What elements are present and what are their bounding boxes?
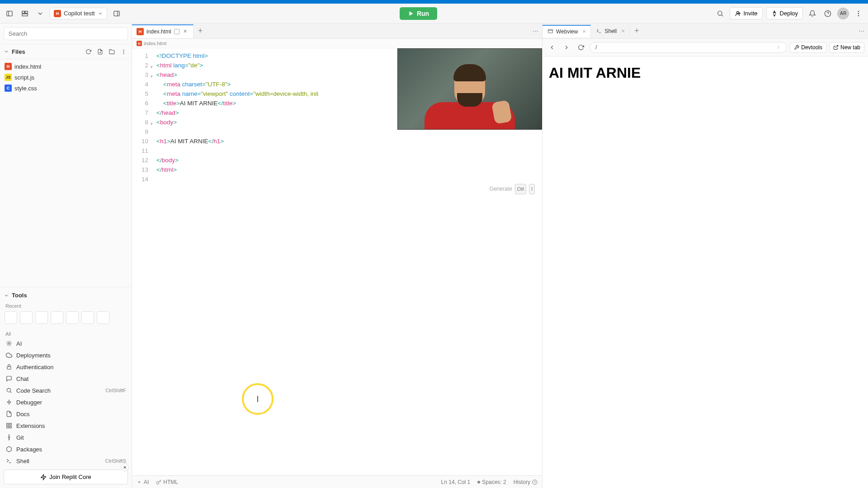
svg-marker-42: [41, 474, 46, 480]
editor-tabbar: H index.html ✕ + ⋯: [132, 23, 542, 39]
tool-item-shell[interactable]: ShellCtrlShiftS: [4, 455, 128, 467]
tool-item-extensions[interactable]: Extensions: [4, 420, 128, 432]
tool-item-git[interactable]: Git: [4, 432, 128, 443]
tools-label: Tools: [12, 292, 27, 299]
svg-point-23: [8, 343, 10, 344]
svg-point-22: [123, 53, 123, 53]
webview-content[interactable]: AI MIT ARNIE: [542, 56, 868, 488]
editor-pane: H index.html ✕ + ⋯ H index.html 12▾3▾456…: [132, 23, 542, 488]
add-tab-button[interactable]: +: [630, 26, 644, 36]
new-file-icon[interactable]: [95, 47, 104, 56]
add-tab-button[interactable]: +: [193, 26, 208, 36]
tool-item-authentication[interactable]: Authentication: [4, 361, 128, 373]
file-item[interactable]: Cstyle.css: [0, 83, 132, 94]
kebab-icon[interactable]: [119, 47, 128, 56]
status-history[interactable]: History: [514, 479, 538, 485]
tool-item-packages[interactable]: Packages: [4, 443, 128, 455]
code-editor[interactable]: 12▾3▾45678▾91011121314 <!DOCTYPE html><h…: [132, 48, 542, 475]
forward-icon[interactable]: [561, 42, 572, 53]
recent-tool[interactable]: [20, 311, 33, 324]
panel-right-icon[interactable]: [111, 8, 123, 19]
svg-rect-5: [114, 11, 119, 16]
tool-item-debugger[interactable]: Debugger: [4, 396, 128, 408]
run-button[interactable]: Run: [400, 7, 437, 20]
generate-hint[interactable]: Generate Ctrl I: [490, 184, 535, 194]
url-bar[interactable]: /: [590, 42, 787, 53]
recent-tool[interactable]: [66, 311, 79, 324]
svg-point-40: [9, 440, 9, 440]
file-icon: H: [5, 63, 12, 70]
search-icon[interactable]: [714, 8, 726, 19]
tool-label: Chat: [16, 375, 28, 382]
file-item[interactable]: JSscript.js: [0, 72, 132, 83]
panel-left-icon[interactable]: [4, 8, 15, 19]
status-bar: AI HTML Ln 14, Col 1 Spaces: 2 History: [132, 475, 542, 488]
deploy-label: Deploy: [780, 10, 798, 17]
tool-label: Extensions: [16, 422, 45, 429]
layout-icon[interactable]: [19, 8, 31, 19]
recent-tool[interactable]: [5, 311, 17, 324]
status-spaces[interactable]: Spaces: 2: [477, 479, 506, 485]
tab-more-icon[interactable]: ⋯: [529, 28, 542, 34]
project-selector[interactable]: H Copilot testt: [50, 8, 107, 19]
close-icon[interactable]: ✕: [121, 463, 129, 471]
recent-tool[interactable]: [51, 311, 63, 324]
svg-point-20: [123, 50, 123, 50]
html-icon: H: [137, 28, 144, 35]
breadcrumb[interactable]: H index.html: [132, 39, 542, 48]
file-name: script.js: [14, 74, 34, 81]
recent-tool[interactable]: [81, 311, 94, 324]
avatar[interactable]: AR: [837, 8, 849, 19]
tool-item-ai[interactable]: AI: [4, 338, 128, 349]
deploy-button[interactable]: Deploy: [766, 7, 803, 19]
sync-icon[interactable]: [84, 47, 93, 56]
close-tab-icon[interactable]: ✕: [582, 29, 586, 34]
recent-tool[interactable]: [35, 311, 48, 324]
files-label: Files: [12, 48, 81, 55]
tab-shell[interactable]: Shell ✕: [591, 25, 630, 37]
tab-webview[interactable]: Webview ✕: [542, 25, 591, 38]
status-ai[interactable]: AI: [137, 479, 149, 485]
invite-button[interactable]: Invite: [730, 7, 762, 19]
webview-icon: [547, 28, 553, 35]
tool-item-docs[interactable]: Docs: [4, 408, 128, 420]
status-cursor[interactable]: Ln 14, Col 1: [441, 479, 471, 485]
tools-header[interactable]: Tools: [4, 290, 128, 300]
close-tab-icon[interactable]: ✕: [621, 28, 625, 33]
lock-icon: [5, 363, 13, 371]
file-item[interactable]: Hindex.html: [0, 61, 132, 72]
preview-pane: Webview ✕ Shell ✕ + ⋯ /: [542, 23, 868, 488]
tool-item-code-search[interactable]: Code SearchCtrlShiftF: [4, 385, 128, 396]
preview-heading: AI MIT ARNIE: [549, 65, 862, 81]
tool-item-deployments[interactable]: Deployments: [4, 349, 128, 361]
status-lang[interactable]: HTML: [156, 479, 178, 485]
file-name: style.css: [14, 85, 37, 92]
tool-item-chat[interactable]: Chat: [4, 373, 128, 385]
chevron-down-icon[interactable]: [34, 8, 46, 19]
reload-icon[interactable]: [575, 42, 587, 53]
back-icon[interactable]: [546, 42, 558, 53]
recent-tools-row: [4, 310, 128, 328]
files-header[interactable]: Files: [0, 44, 132, 59]
bell-icon[interactable]: [807, 8, 818, 19]
html-icon: H: [54, 10, 61, 17]
new-tab-button[interactable]: New tab: [829, 42, 864, 53]
devtools-button[interactable]: Devtools: [790, 42, 826, 53]
svg-rect-2: [22, 11, 24, 13]
more-icon[interactable]: [853, 8, 864, 19]
join-core-button[interactable]: Join Replit Core: [4, 469, 128, 484]
svg-point-39: [9, 435, 9, 435]
search-input[interactable]: [4, 27, 128, 40]
tab-more-icon[interactable]: ⋯: [855, 28, 868, 34]
new-folder-icon[interactable]: [107, 47, 116, 56]
pkg-icon: [5, 446, 13, 453]
tab-label: index.html: [146, 28, 171, 35]
recent-tool[interactable]: [97, 311, 109, 324]
close-tab-icon[interactable]: ✕: [182, 28, 189, 35]
tool-label: Git: [16, 434, 24, 441]
svg-rect-3: [25, 11, 28, 13]
help-icon[interactable]: [822, 8, 834, 19]
tab-index-html[interactable]: H index.html ✕: [132, 24, 193, 38]
upsell-label: Join Replit Core: [49, 474, 91, 480]
svg-rect-45: [548, 29, 552, 33]
